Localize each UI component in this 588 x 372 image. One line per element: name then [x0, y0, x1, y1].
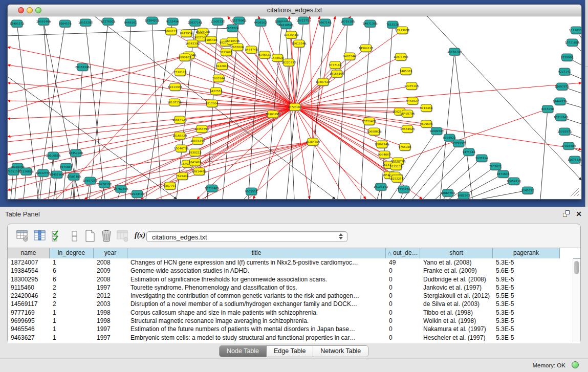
graph-node[interactable]: 16210643	[554, 114, 568, 121]
graph-edge[interactable]	[449, 166, 495, 199]
graph-edge[interactable]	[63, 167, 66, 199]
close-panel-icon[interactable]: ✕	[574, 210, 583, 218]
deselect-all-rows-icon[interactable]	[68, 229, 81, 243]
tab-edge-table[interactable]: Edge Table	[267, 346, 313, 357]
graph-node[interactable]: 9474444	[463, 148, 475, 156]
graph-node[interactable]: 9227341	[558, 68, 571, 75]
graph-node[interactable]: 11451904	[50, 171, 64, 178]
graph-node[interactable]: 20891406	[36, 18, 51, 25]
graph-edge[interactable]	[11, 171, 13, 199]
graph-node[interactable]: 2667608	[231, 43, 244, 51]
table-row[interactable]: 946362711997Embryonic stem cells: a mode…	[8, 334, 573, 342]
graph-node[interactable]: 10973493	[394, 53, 408, 60]
graph-node[interactable]: 18616546	[292, 40, 306, 47]
graph-edge[interactable]	[313, 142, 376, 199]
graph-node[interactable]: 12042757	[36, 169, 50, 177]
graph-node[interactable]: 16914479	[192, 168, 206, 175]
network-window-titlebar[interactable]: citations_edges.txt	[8, 5, 581, 16]
scrollbar-thumb[interactable]	[574, 261, 579, 274]
graph-node[interactable]: 18220337	[281, 59, 296, 66]
graph-edge[interactable]	[295, 107, 366, 199]
graph-node[interactable]: 15992971	[557, 128, 572, 135]
graph-node[interactable]: 14569117	[359, 45, 373, 52]
graph-node[interactable]: 12353594	[194, 125, 209, 133]
graph-node[interactable]: 10653287	[78, 19, 93, 26]
graph-node[interactable]: 7839159	[8, 168, 20, 175]
tab-node-table[interactable]: Node Table	[220, 346, 267, 357]
graph-node[interactable]: 2935114	[475, 155, 488, 162]
column-header-short[interactable]: short	[420, 248, 493, 258]
graph-edge[interactable]	[454, 52, 472, 199]
graph-node[interactable]: 10719185	[340, 18, 355, 25]
graph-node[interactable]: 9777169	[329, 61, 342, 69]
graph-node[interactable]: 9857791	[164, 182, 177, 189]
graph-node[interactable]: 9384579	[59, 20, 72, 27]
graph-edge[interactable]	[85, 23, 105, 199]
graph-node[interactable]: 12213382	[168, 83, 182, 91]
table-row[interactable]: 977716911998Corpus callosum shape and si…	[8, 309, 573, 317]
graph-node[interactable]: 23837141	[188, 19, 202, 26]
graph-node[interactable]: 15046786	[174, 145, 188, 152]
column-header-title[interactable]: title	[127, 248, 386, 258]
float-panel-icon[interactable]	[562, 210, 571, 218]
column-header-out_de[interactable]: △out_de…	[386, 248, 420, 258]
graph-node[interactable]: 16166164	[330, 70, 344, 77]
column-header-year[interactable]: year	[94, 248, 127, 258]
graph-node[interactable]: 9938222	[189, 149, 202, 156]
graph-node[interactable]: 18300295	[266, 111, 280, 118]
graph-node[interactable]: 15276062	[232, 17, 246, 24]
graph-node[interactable]: 9465546	[343, 53, 356, 60]
graph-node[interactable]: 2803144	[212, 75, 225, 82]
graph-node[interactable]: 14671388	[363, 20, 377, 27]
graph-node[interactable]: 11675329	[568, 156, 581, 163]
network-view-window[interactable]: citations_edges.txt 18724007124055722089…	[7, 4, 582, 200]
graph-node[interactable]: 8466161	[124, 19, 137, 26]
graph-node[interactable]: 9115460	[420, 104, 433, 112]
graph-node[interactable]: 12444139	[553, 98, 567, 105]
graph-node[interactable]: 18807249	[375, 141, 389, 148]
graph-edge[interactable]	[440, 52, 454, 199]
graph-node[interactable]: 11120337	[569, 27, 581, 34]
graph-node[interactable]: 18107554	[167, 99, 182, 106]
graph-node[interactable]: 11156829	[19, 168, 33, 175]
delete-table-icon[interactable]	[100, 229, 113, 243]
graph-node[interactable]: 7957224	[226, 25, 239, 32]
graph-edge[interactable]	[125, 23, 130, 199]
graph-node[interactable]: 12213967	[395, 27, 409, 34]
table-row[interactable]: 1830029562008Estimation of significance …	[8, 275, 573, 283]
memory-status-icon[interactable]	[572, 361, 579, 368]
graph-node[interactable]: 19654923	[400, 125, 415, 133]
table-row[interactable]: 1872400712008Changes of HCN gene express…	[8, 258, 573, 267]
table-row[interactable]: 911546021997Tourette syndrome. Phenomeno…	[8, 283, 573, 292]
graph-edge[interactable]	[90, 21, 108, 199]
graph-edge[interactable]	[310, 16, 313, 142]
graph-node[interactable]: 8912954	[180, 30, 193, 37]
graph-node[interactable]: 17957252	[83, 177, 97, 184]
graph-node[interactable]: 16648784	[447, 48, 462, 55]
graph-node[interactable]: 20206516	[46, 152, 60, 159]
graph-node[interactable]: 12665361	[441, 189, 455, 196]
graph-node[interactable]: 3175685	[220, 49, 233, 56]
graph-node[interactable]: 9667148	[319, 19, 332, 26]
graph-node[interactable]: 19218596	[279, 21, 293, 29]
graph-node[interactable]: 12405572	[10, 20, 24, 27]
select-all-rows-icon[interactable]	[51, 229, 64, 243]
column-header-name[interactable]: name	[8, 248, 50, 258]
graph-node[interactable]: 16782759	[114, 185, 128, 192]
graph-node[interactable]: 12505185	[67, 173, 81, 180]
graph-node[interactable]: 9463627	[406, 97, 419, 104]
graph-node[interactable]: 9084067	[378, 151, 391, 158]
graph-edge[interactable]	[8, 101, 295, 107]
graph-node[interactable]: 16958107	[97, 181, 112, 188]
table-selector-dropdown[interactable]: citations_edges.txt	[146, 231, 347, 242]
graph-node[interactable]: 14136141	[374, 183, 388, 190]
graph-node[interactable]: 9882203	[458, 192, 470, 199]
graph-node[interactable]: 14409547	[429, 127, 444, 135]
graph-edge[interactable]	[295, 74, 337, 107]
graph-edge[interactable]	[295, 16, 320, 107]
graph-node[interactable]: 9146821	[258, 51, 271, 58]
column-header-pagerank[interactable]: pagerank	[493, 248, 560, 258]
graph-node[interactable]: 9817004	[206, 100, 219, 107]
graph-node[interactable]: 10688609	[367, 128, 381, 135]
graph-node[interactable]: 10654112	[507, 178, 521, 185]
